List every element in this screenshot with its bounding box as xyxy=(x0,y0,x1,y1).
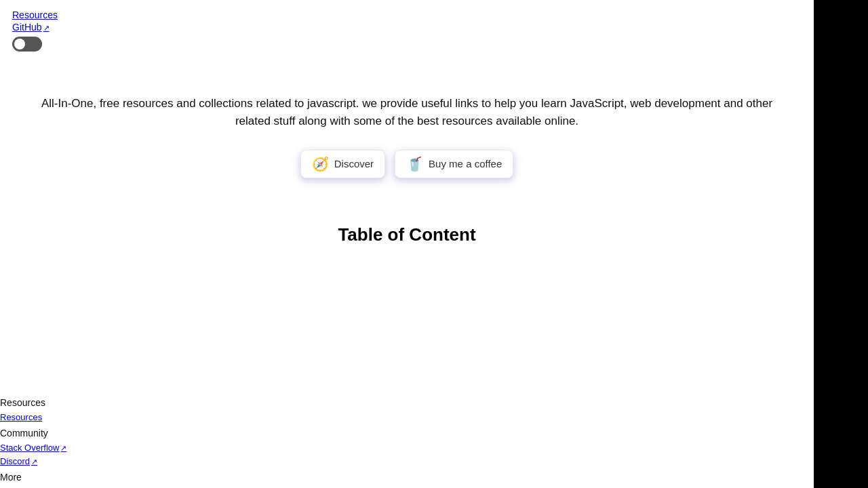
theme-toggle[interactable] xyxy=(12,37,42,52)
footer-stackoverflow-link[interactable]: Stack Overflow↗ xyxy=(0,443,814,453)
stackoverflow-ext-icon: ↗ xyxy=(60,444,66,452)
footer-resources-title: Resources xyxy=(0,397,814,408)
coffee-icon: 🥤 xyxy=(406,156,423,172)
footer-discord-label: Discord xyxy=(0,456,30,466)
footer-community-links: Stack Overflow↗ Discord↗ xyxy=(0,443,814,466)
buy-coffee-button[interactable]: 🥤 Buy me a coffee xyxy=(395,150,513,178)
navbar: Resources GitHub↗ xyxy=(0,0,814,61)
coffee-label: Buy me a coffee xyxy=(429,158,502,169)
toc-section: Table of Content xyxy=(12,224,802,245)
theme-toggle-container xyxy=(12,37,802,52)
footer-community-title: Community xyxy=(0,428,814,439)
nav-resources-link[interactable]: Resources xyxy=(12,9,58,20)
nav-github-label: GitHub xyxy=(12,22,42,33)
footer-resources-link[interactable]: Resources xyxy=(0,412,814,422)
toc-title: Table of Content xyxy=(12,224,802,245)
footer-discord-link[interactable]: Discord↗ xyxy=(0,456,814,466)
right-sidebar xyxy=(814,0,868,488)
footer-resources-links: Resources xyxy=(0,412,814,422)
footer-resources-section: Resources Resources xyxy=(0,397,814,422)
discord-ext-icon: ↗ xyxy=(31,458,37,466)
theme-toggle-slider xyxy=(12,37,42,52)
footer-community-section: Community Stack Overflow↗ Discord↗ xyxy=(0,428,814,466)
discover-label: Discover xyxy=(334,158,374,169)
discover-icon: 🧭 xyxy=(312,156,329,172)
nav-links: Resources GitHub↗ xyxy=(12,9,802,33)
nav-github-link[interactable]: GitHub↗ xyxy=(12,22,50,33)
hero-buttons: 🧭 Discover 🥤 Buy me a coffee xyxy=(26,150,788,178)
hero-description: All-In-One, free resources and collectio… xyxy=(26,95,788,131)
footer-stackoverflow-label: Stack Overflow xyxy=(0,443,59,453)
discover-button[interactable]: 🧭 Discover xyxy=(300,150,385,178)
footer-more: More xyxy=(0,472,814,483)
github-ext-icon: ↗ xyxy=(43,24,50,32)
footer: Resources Resources Community Stack Over… xyxy=(0,392,814,488)
hero-section: All-In-One, free resources and collectio… xyxy=(12,75,802,192)
